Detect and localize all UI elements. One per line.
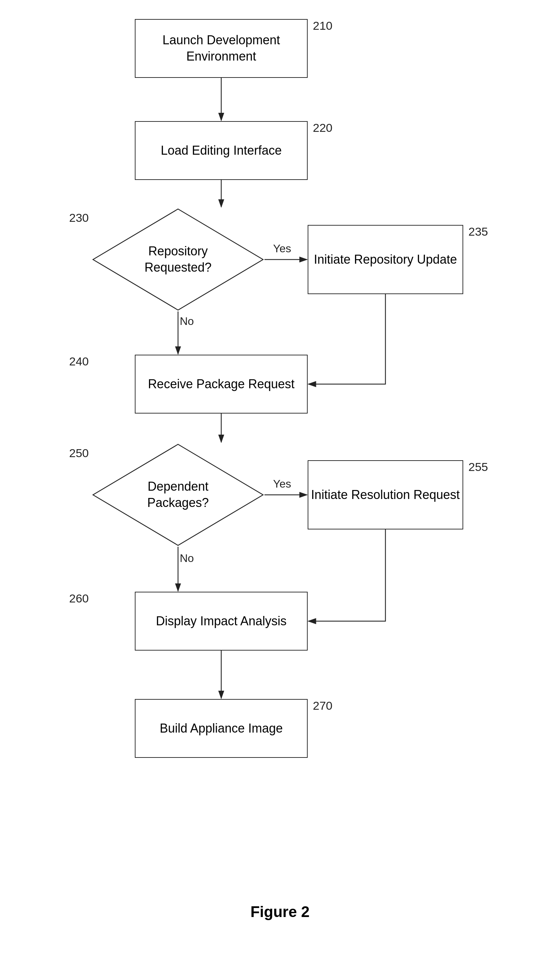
node-210: Launch Development Environment <box>135 19 308 78</box>
node-270: Build Appliance Image <box>135 699 308 758</box>
node-255: Initiate Resolution Request <box>308 460 463 529</box>
node-230: Repository Requested? <box>91 208 265 312</box>
label-235: 235 <box>469 225 488 238</box>
node-235: Initiate Repository Update <box>308 225 463 294</box>
label-270: 270 <box>313 699 333 712</box>
label-260: 260 <box>69 592 89 605</box>
label-240: 240 <box>69 355 89 368</box>
label-230: 230 <box>69 211 89 225</box>
label-250: 250 <box>69 446 89 460</box>
node-240: Receive Package Request <box>135 355 308 413</box>
no-label-230: No <box>180 315 194 328</box>
figure-caption: Figure 2 <box>0 903 560 920</box>
node-250-text: Dependent Packages? <box>118 478 238 511</box>
node-230-text: Repository Requested? <box>118 243 238 276</box>
diagram-container: Launch Development Environment 210 Load … <box>0 0 560 934</box>
yes-label-250: Yes <box>273 478 291 490</box>
node-220: Load Editing Interface <box>135 121 308 180</box>
label-220: 220 <box>313 121 333 135</box>
yes-label-230: Yes <box>273 242 291 255</box>
node-250: Dependent Packages? <box>91 443 265 547</box>
label-255: 255 <box>469 460 488 474</box>
label-210: 210 <box>313 19 333 33</box>
node-260: Display Impact Analysis <box>135 592 308 650</box>
no-label-250: No <box>180 552 194 565</box>
